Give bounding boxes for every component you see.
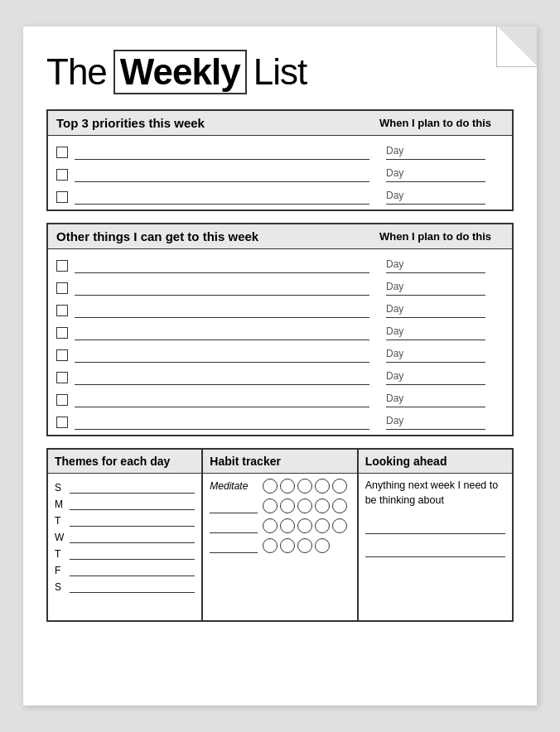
habit-circle[interactable] bbox=[332, 518, 347, 533]
theme-row-t2: T bbox=[55, 545, 195, 560]
other-row: Day bbox=[56, 364, 504, 387]
habit-circle[interactable] bbox=[263, 538, 278, 553]
other-header: Other things I can get to this week When… bbox=[48, 224, 512, 249]
other-checkbox-2[interactable] bbox=[56, 282, 68, 294]
habit-circle[interactable] bbox=[315, 538, 330, 553]
theme-row-f: F bbox=[55, 561, 195, 576]
looking-ahead-text: Anything next week I need to be thinking… bbox=[365, 479, 505, 508]
habit-circle[interactable] bbox=[263, 518, 278, 533]
themes-body: S M T W T bbox=[48, 474, 201, 600]
habit-circles-1 bbox=[263, 479, 347, 494]
other-header-right: When I plan to do this bbox=[371, 230, 504, 243]
priority-checkbox-1[interactable] bbox=[56, 147, 68, 158]
priorities-header: Top 3 priorities this week When I plan t… bbox=[48, 111, 512, 136]
other-row: Day bbox=[56, 275, 504, 297]
habit-circle[interactable] bbox=[315, 479, 330, 494]
priorities-rows: Day Day Day bbox=[48, 136, 512, 209]
habit-circle[interactable] bbox=[297, 479, 312, 494]
priority-day-3: Day bbox=[379, 190, 504, 205]
priority-row: Day bbox=[56, 139, 504, 161]
other-checkbox-8[interactable] bbox=[56, 417, 68, 428]
looking-ahead-header: Looking ahead bbox=[359, 450, 512, 474]
day-label-2: Day bbox=[386, 167, 504, 179]
habit-circle[interactable] bbox=[280, 518, 295, 533]
habit-circle[interactable] bbox=[332, 479, 347, 494]
habit-circle[interactable] bbox=[280, 498, 295, 513]
theme-row-m: M bbox=[55, 495, 195, 510]
other-checkbox-6[interactable] bbox=[56, 372, 68, 383]
priority-line-2 bbox=[75, 167, 369, 182]
looking-ahead-body: Anything next week I need to be thinking… bbox=[359, 474, 512, 571]
theme-row-s1: S bbox=[55, 479, 195, 494]
looking-ahead-col: Looking ahead Anything next week I need … bbox=[359, 450, 512, 620]
priority-row: Day bbox=[56, 184, 504, 206]
other-row: Day bbox=[56, 253, 504, 275]
day-label-3: Day bbox=[386, 190, 504, 201]
priority-checkbox-2[interactable] bbox=[56, 169, 68, 181]
habit-circle[interactable] bbox=[297, 498, 312, 513]
day-line-1 bbox=[386, 159, 485, 160]
habit-circle[interactable] bbox=[332, 498, 347, 513]
habit-circle[interactable] bbox=[297, 538, 312, 553]
habit-circles-2 bbox=[263, 498, 347, 513]
other-line-1 bbox=[75, 258, 369, 273]
habit-circle[interactable] bbox=[315, 498, 330, 513]
theme-row-w: W bbox=[55, 528, 195, 543]
habit-circle[interactable] bbox=[280, 479, 295, 494]
day-line-2 bbox=[386, 181, 485, 182]
other-checkbox-3[interactable] bbox=[56, 305, 68, 316]
priority-day-1: Day bbox=[379, 145, 504, 160]
other-row: Day bbox=[56, 342, 504, 364]
habit-circle[interactable] bbox=[315, 518, 330, 533]
other-section: Other things I can get to this week When… bbox=[46, 223, 514, 436]
habit-name-1: Meditate bbox=[210, 480, 258, 492]
priority-line-3 bbox=[75, 190, 369, 205]
title-weekly: Weekly bbox=[113, 50, 247, 94]
priorities-header-left: Top 3 priorities this week bbox=[56, 116, 371, 130]
priorities-section: Top 3 priorities this week When I plan t… bbox=[46, 109, 514, 211]
other-checkbox-5[interactable] bbox=[56, 349, 68, 361]
other-checkbox-4[interactable] bbox=[56, 327, 68, 339]
theme-row-s2: S bbox=[55, 578, 195, 593]
themes-col: Themes for each day S M T W bbox=[48, 450, 203, 620]
habit-row-4 bbox=[210, 538, 350, 553]
habit-circles-3 bbox=[263, 518, 347, 533]
title-the: The bbox=[46, 51, 107, 93]
weekly-list-page: The Weekly List Top 3 priorities this we… bbox=[23, 26, 537, 706]
habit-row-3 bbox=[210, 518, 350, 533]
other-rows: Day Day Day bbox=[48, 249, 512, 435]
looking-line-2 bbox=[365, 542, 505, 557]
habits-body: Meditate bbox=[203, 474, 356, 563]
other-header-left: Other things I can get to this week bbox=[56, 229, 371, 243]
other-row: Day bbox=[56, 409, 504, 431]
priority-row: Day bbox=[56, 161, 504, 184]
bottom-section: Themes for each day S M T W bbox=[46, 448, 514, 622]
priority-line-1 bbox=[75, 145, 369, 160]
habit-row-1: Meditate bbox=[210, 479, 350, 494]
theme-row-t1: T bbox=[55, 512, 195, 527]
other-row: Day bbox=[56, 320, 504, 342]
habit-circles-4 bbox=[263, 538, 330, 553]
other-row: Day bbox=[56, 387, 504, 409]
habit-circle[interactable] bbox=[297, 518, 312, 533]
priorities-header-right: When I plan to do this bbox=[371, 117, 504, 129]
habits-col: Habit tracker Meditate bbox=[203, 450, 358, 620]
other-checkbox-7[interactable] bbox=[56, 394, 68, 406]
priority-day-2: Day bbox=[379, 167, 504, 182]
habit-circle[interactable] bbox=[263, 498, 278, 513]
other-row: Day bbox=[56, 297, 504, 320]
title-row: The Weekly List bbox=[46, 50, 514, 94]
themes-header: Themes for each day bbox=[48, 450, 201, 474]
priority-checkbox-3[interactable] bbox=[56, 191, 68, 203]
habit-circle[interactable] bbox=[263, 479, 278, 494]
habit-row-2 bbox=[210, 498, 350, 513]
day-line-3 bbox=[386, 204, 485, 205]
habits-header: Habit tracker bbox=[203, 450, 356, 474]
other-checkbox-1[interactable] bbox=[56, 260, 68, 272]
title-list: List bbox=[253, 51, 307, 93]
looking-line-1 bbox=[365, 519, 505, 534]
habit-circle[interactable] bbox=[280, 538, 295, 553]
other-day-1: Day bbox=[379, 258, 504, 273]
day-label-1: Day bbox=[386, 145, 504, 157]
